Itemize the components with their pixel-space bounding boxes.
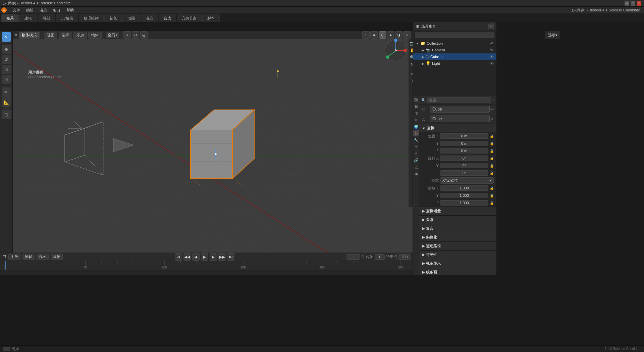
collection-header[interactable]: ▶ 集合 [419, 224, 496, 233]
playback-mode[interactable]: 固放 [8, 254, 20, 260]
viewport-overlays[interactable]: ⊙ [362, 31, 370, 39]
prop-tab-scene[interactable]: ⛭ [413, 117, 419, 123]
prev-keyframe-button[interactable]: ◀◀ [183, 253, 191, 261]
name-edit-icon[interactable]: ✏ [491, 107, 494, 111]
props-search-options[interactable]: ≡ [492, 98, 494, 102]
line-art-header[interactable]: ▶ 线条画 [419, 268, 496, 275]
prop-tab-constraints[interactable]: 🔗 [413, 157, 419, 163]
tab-geometry-nodes[interactable]: 几何节点 [177, 14, 202, 22]
close-button[interactable]: ✕ [637, 1, 641, 6]
timeline-ruler[interactable]: 1 50 100 150 200 250 [0, 261, 413, 270]
prop-tab-object[interactable]: ⬡ [413, 130, 419, 136]
rot-mode-select[interactable]: XYZ 欧拉 ▾ [440, 177, 494, 184]
add-menu[interactable]: 添加 [73, 32, 87, 39]
tool-rotate[interactable]: ↺ [2, 55, 11, 64]
collection-eye[interactable]: 👁 [490, 41, 494, 45]
pos-y-value[interactable]: 0 m [440, 141, 488, 146]
pos-z-value[interactable]: 0 m [440, 148, 488, 153]
tool-measure[interactable]: 📐 [2, 97, 11, 107]
data-name-edit-icon[interactable]: ✏ [491, 117, 494, 121]
viewport-display-header[interactable]: ▶ 视图显示 [419, 259, 496, 268]
scale-z-value[interactable]: 1.000 [440, 200, 488, 206]
maximize-button[interactable]: □ [631, 1, 635, 6]
props-search-input[interactable] [427, 97, 491, 103]
prev-frame-button[interactable]: ◀ [192, 253, 200, 261]
menu-edit[interactable]: 编辑 [23, 7, 36, 13]
menu-window[interactable]: 窗口 [50, 7, 63, 13]
rot-y-value[interactable]: 0° [440, 163, 488, 168]
light-eye[interactable]: 👁 [490, 61, 494, 65]
prop-tab-view[interactable]: ◫ [413, 110, 419, 116]
prop-tab-particles[interactable]: ✦ [413, 144, 419, 150]
proportional-edit[interactable]: ⊙ [132, 31, 139, 39]
tab-uv[interactable]: UV编辑 [56, 14, 78, 22]
jump-first-button[interactable]: ⏮ [175, 253, 182, 261]
rot-z-value[interactable]: 0° [440, 170, 488, 176]
rot-x-value[interactable]: 0° [440, 156, 488, 161]
prop-tab-modifiers[interactable]: 🔧 [413, 137, 419, 143]
tab-shading[interactable]: 着色 [104, 14, 122, 22]
interpolation-mode[interactable]: 插帧 [22, 254, 35, 260]
view-menu-timeline[interactable]: 视图 [37, 254, 49, 260]
pos-x-lock[interactable]: 🔒 [490, 134, 494, 138]
rot-x-lock[interactable]: 🔒 [490, 157, 494, 160]
prop-tab-data[interactable]: △ [413, 164, 419, 170]
prop-tab-physics[interactable]: ⚛ [413, 150, 419, 157]
scale-y-lock[interactable]: 🔒 [490, 194, 494, 197]
tab-compositing[interactable]: 合成 [159, 14, 176, 22]
viewport-3d[interactable]: 用户透视 (1) Collection | Cube [13, 31, 413, 253]
scale-x-value[interactable]: 1.000 [440, 185, 488, 191]
tool-scale[interactable]: ⇲ [2, 65, 11, 74]
start-frame[interactable]: 1 [375, 254, 385, 260]
tool-annotate[interactable]: ✏ [2, 87, 11, 97]
tab-scripting[interactable]: 脚本 [202, 14, 220, 22]
xray-toggle[interactable]: ◈ [370, 31, 378, 39]
tool-move[interactable]: ✥ [2, 45, 11, 54]
data-name-input[interactable] [430, 116, 490, 122]
mode-select[interactable]: 物体模式 [19, 32, 40, 39]
tool-select-box[interactable]: ↖ [2, 32, 11, 42]
viewport-gizmo[interactable]: Z X Y [382, 37, 409, 64]
global-local-toggle[interactable]: 全局 ▾ [106, 32, 119, 38]
select-menu[interactable]: 选择 [59, 32, 72, 39]
play-button[interactable]: ▶ [201, 253, 208, 261]
transform-extra-header[interactable]: ▶ 变换增量 [419, 207, 496, 215]
prop-tab-render[interactable]: 🎬 [413, 97, 419, 103]
outliner-item-camera[interactable]: ▶ 📷 Camera 👁 [413, 47, 496, 53]
object-menu[interactable]: 物体 [88, 32, 102, 39]
pos-x-value[interactable]: 0 m [440, 133, 488, 139]
instancing-header[interactable]: ▶ 实例化 [419, 233, 496, 241]
tab-render[interactable]: 渲染 [141, 14, 158, 22]
menu-file[interactable]: 文件 [10, 7, 23, 13]
pos-y-lock[interactable]: 🔒 [490, 142, 494, 145]
tab-texture[interactable]: 纹理绘制 [79, 14, 104, 22]
visibility-header[interactable]: ▶ 可见性 [419, 251, 496, 259]
view-menu[interactable]: 视图 [44, 32, 57, 39]
menu-help[interactable]: 帮助 [64, 7, 76, 13]
tab-modeling[interactable]: 建模 [19, 14, 37, 22]
scale-z-lock[interactable]: 🔒 [490, 201, 494, 205]
pos-z-lock[interactable]: 🔒 [490, 149, 494, 153]
next-frame-button[interactable]: ▶ [210, 253, 217, 261]
camera-eye[interactable]: 👁 [490, 48, 494, 52]
motion-path-header[interactable]: ▶ 运动路径 [419, 242, 496, 250]
tool-transform[interactable]: ⊕ [2, 75, 11, 84]
scale-y-value[interactable]: 1.000 [440, 193, 488, 198]
rot-z-lock[interactable]: 🔒 [490, 171, 494, 175]
minimize-button[interactable]: — [625, 1, 629, 6]
outliner-filter[interactable]: ▾ [488, 24, 494, 29]
relations-header[interactable]: ▶ 关系 [419, 216, 496, 224]
prop-tab-material[interactable]: ◉ [413, 171, 419, 177]
prop-tab-world[interactable]: 🌍 [413, 124, 419, 130]
outliner-item-collection[interactable]: ▼ 📁 Collection 👁 [413, 40, 496, 47]
transform-header[interactable]: ▼ 变换 [419, 124, 496, 132]
tab-sculpt[interactable]: 雕刻 [38, 14, 55, 22]
transform-pivot[interactable]: ◎ [140, 31, 148, 39]
outliner-item-cube[interactable]: ▶ ⬡ Cube ✓ 👁 [413, 53, 496, 60]
next-keyframe-button[interactable]: ▶▶ [218, 253, 226, 261]
outliner-search-input[interactable] [415, 32, 494, 38]
object-name-input[interactable] [430, 106, 490, 113]
current-frame[interactable]: 1 [346, 254, 360, 260]
cube-eye[interactable]: 👁 [490, 55, 494, 59]
marker-menu[interactable]: 标记 [51, 254, 63, 260]
